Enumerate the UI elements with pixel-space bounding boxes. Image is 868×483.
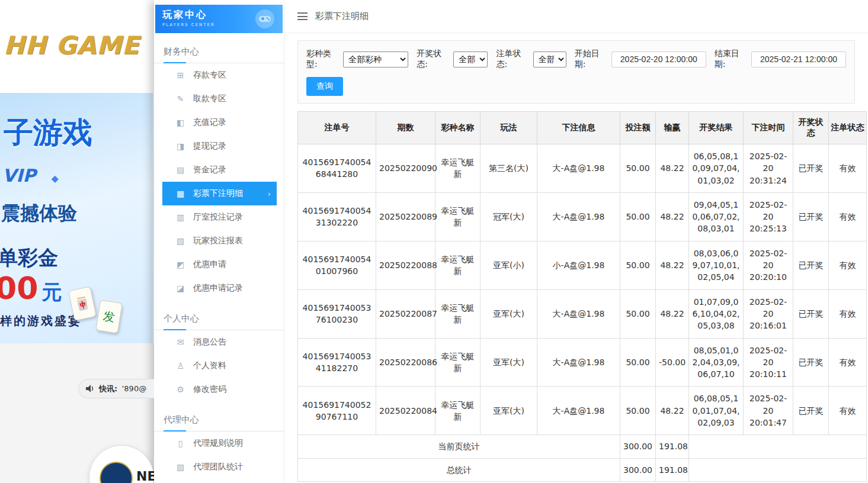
column-header: 注单号 [298, 112, 376, 144]
table-cell: 2025-02-20 20:16:01 [744, 289, 793, 338]
column-header: 期数 [376, 112, 435, 144]
draw-status-select[interactable]: 全部 [453, 51, 488, 67]
summary-empty [689, 435, 867, 458]
chevron-right-icon: › [268, 189, 271, 198]
table-cell: 401569174005401007960 [298, 241, 376, 289]
sidebar-item[interactable]: ▧玩家投注报表 [154, 229, 284, 253]
banner-bonus-text: 单彩金 [0, 244, 58, 272]
table-cell: 50.00 [620, 192, 656, 241]
table-cell: 50.00 [620, 387, 656, 435]
table-cell: 401569174005431302220 [298, 192, 376, 241]
table-cell: 已开奖 [793, 192, 829, 241]
table-row: 40156917400537610023020250220087幸运飞艇新亚军(… [298, 289, 867, 338]
search-button[interactable]: 查询 [306, 77, 343, 96]
sidebar-item[interactable]: ◧充值记录 [154, 111, 284, 134]
ticker-text: ’890@ [121, 384, 146, 393]
sidebar: 玩家中心 PLAYERS CENTER 财务中心⊞存款专区✎取款专区◧充值记录◨… [154, 0, 284, 483]
sidebar-item-label: 厅室投注记录 [193, 212, 243, 223]
summary-empty [689, 458, 867, 481]
table-cell: 2025-02-20 20:10:11 [744, 338, 793, 387]
end-date-input[interactable] [751, 51, 846, 67]
table-row: 40156917400546844128020250220090幸运飞艇新第三名… [298, 144, 867, 193]
diamond-icon: ◆ [51, 173, 58, 184]
table-cell: 50.00 [620, 144, 656, 193]
table-cell: 大-A盘@1.98 [537, 338, 620, 387]
sidebar-item-label: 充值记录 [193, 117, 226, 128]
table-cell: 已开奖 [793, 289, 829, 338]
table-cell: 08,05,01,02,04,03,09,06,07,10 [689, 338, 744, 387]
lottery-bets-icon: ▦ [175, 189, 185, 198]
sidebar-item[interactable]: ✉消息公告 [154, 330, 284, 354]
sidebar-item-label: 优惠申请 [193, 259, 226, 270]
table-cell: 有效 [829, 289, 867, 338]
table-cell: 20250220089 [376, 192, 435, 241]
sidebar-item[interactable]: ⚙修改密码 [154, 378, 284, 401]
lottery-type-select[interactable]: 全部彩种 [343, 51, 408, 67]
cashout-record-icon: ◨ [175, 141, 185, 151]
sidebar-item[interactable]: ▥厅室投注记录 [154, 205, 284, 229]
recharge-record-icon: ◧ [175, 118, 185, 127]
table-cell: 有效 [829, 192, 867, 241]
sidebar-item[interactable]: ▦彩票下注明细› [162, 182, 277, 205]
sidebar-section-title: 代理中心 [154, 410, 284, 432]
partner-logo: NE [89, 445, 154, 483]
sidebar-item-label: 取款专区 [193, 94, 226, 104]
table-cell: 50.00 [620, 289, 656, 338]
table-cell: 2025-02-20 20:20:10 [744, 241, 793, 289]
sidebar-nav: 财务中心⊞存款专区✎取款专区◧充值记录◨提现记录▤资金记录▦彩票下注明细›▥厅室… [154, 41, 284, 483]
table-cell: 50.00 [620, 338, 656, 387]
sidebar-item[interactable]: ▤资金记录 [154, 158, 284, 182]
sidebar-item[interactable]: ◪优惠申请记录 [154, 276, 284, 300]
sidebar-item-label: 资金记录 [193, 165, 226, 175]
sidebar-item[interactable]: ◩优惠申请 [154, 253, 284, 276]
banner-amount: 00元 [0, 271, 62, 306]
speaker-icon [86, 385, 95, 392]
content: 彩种类型: 全部彩种 开奖状态: 全部 注单状态: 全部 开始日期: [284, 33, 868, 483]
table-cell: 有效 [829, 144, 867, 193]
table-cell: 2025-02-20 20:01:47 [744, 387, 793, 435]
sidebar-item-label: 修改密码 [193, 384, 226, 395]
table-cell: 08,03,06,09,07,10,01,02,05,04 [689, 241, 744, 289]
promo-apply-icon: ◩ [175, 260, 185, 269]
news-ticker: 快讯: ’890@ [78, 379, 154, 398]
sidebar-item[interactable]: ◨提现记录 [154, 134, 284, 158]
sidebar-item[interactable]: ▯代理规则说明 [154, 432, 284, 455]
table-cell: 大-A盘@1.98 [537, 387, 620, 435]
promo-banner: 子游戏 VIP◆ 震撼体验 单彩金 00元 样的游戏盛宴 🀄 发 [0, 93, 153, 343]
column-header: 下注信息 [537, 112, 620, 144]
column-header: 玩法 [481, 112, 537, 144]
end-date-label: 结束日期: [715, 49, 748, 70]
sidebar-item-label: 玩家投注报表 [193, 236, 243, 246]
sidebar-item[interactable]: ⊞存款专区 [154, 63, 284, 87]
menu-icon[interactable] [297, 12, 308, 20]
table-cell: 01,07,09,06,10,04,02,05,03,08 [689, 289, 744, 338]
sidebar-item-label: 代理团队统计 [193, 462, 243, 472]
summary-winloss-total: 191.08 [656, 435, 689, 458]
column-header: 彩种名称 [435, 112, 481, 144]
player-center-panel: 玩家中心 PLAYERS CENTER 财务中心⊞存款专区✎取款专区◧充值记录◨… [154, 0, 868, 483]
sidebar-item[interactable]: ✎取款专区 [154, 87, 284, 111]
banner-amount-number: 00 [0, 271, 38, 306]
table-cell: 有效 [829, 338, 867, 387]
start-date-input[interactable] [611, 51, 706, 67]
table-cell: 亚军(小) [481, 241, 537, 289]
table-cell: 48.22 [656, 144, 689, 193]
summary-label: 总统计 [298, 458, 620, 481]
table-cell: 有效 [829, 241, 867, 289]
bet-status-select[interactable]: 全部 [533, 51, 566, 67]
table-cell: 亚军(大) [481, 387, 537, 435]
sidebar-item[interactable]: ♙个人资料 [154, 354, 284, 378]
table-cell: 09,04,05,10,06,07,02,08,03,01 [689, 192, 744, 241]
sidebar-item[interactable]: ▨代理团队统计 [154, 455, 284, 479]
summary-label: 当前页统计 [298, 435, 620, 458]
table-cell: 幸运飞艇新 [435, 289, 481, 338]
mahjong-tile: 发 [95, 300, 123, 333]
banner-tagline: 样的游戏盛宴 [0, 313, 82, 329]
table-cell: 小-A盘@1.98 [537, 241, 620, 289]
column-header: 输赢 [656, 112, 689, 144]
promo-record-icon: ◪ [175, 284, 185, 293]
hall-bets-icon: ▥ [175, 212, 185, 222]
app-root: HH GAME 子游戏 VIP◆ 震撼体验 单彩金 00元 样的游戏盛宴 🀄 发… [0, 0, 868, 483]
table-cell: 大-A盘@1.98 [537, 289, 620, 338]
table-cell: 第三名(大) [481, 144, 537, 193]
